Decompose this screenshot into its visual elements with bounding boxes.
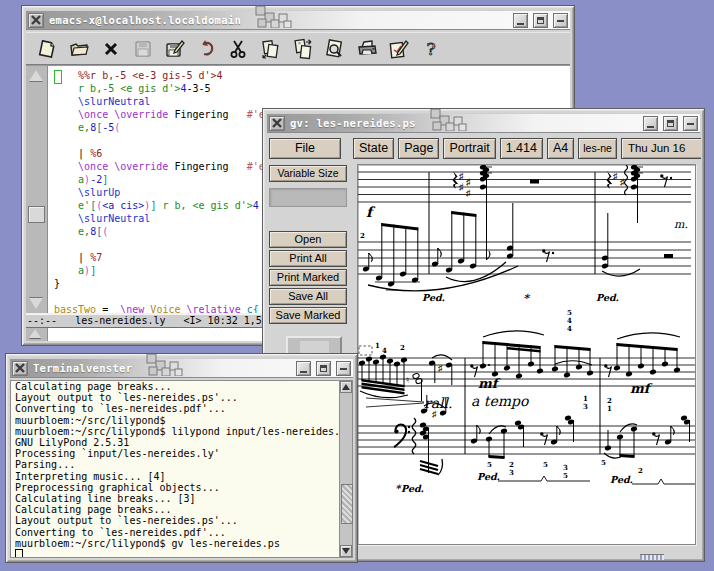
terminal-output[interactable]: Calculating page breaks...Layout output … <box>10 380 339 558</box>
help-glyph: ? <box>426 39 435 59</box>
gv-variable-size-button[interactable]: Variable Size <box>269 165 347 182</box>
minibuffer-scrollbar <box>26 328 48 341</box>
open-folder-icon[interactable] <box>67 37 90 61</box>
bass-clef <box>394 424 410 447</box>
scroll-down-icon[interactable] <box>29 298 43 309</box>
terminal-line: muurbloem:~/src/lilypond$ gv les-nereide… <box>15 538 339 549</box>
code-line: r b,-5 <e gis d'>4-3-5 <box>54 82 570 95</box>
minimize-icon[interactable] <box>643 116 658 131</box>
fingering-label: 2 <box>638 466 643 475</box>
copy-icon[interactable] <box>259 37 282 61</box>
close-icon[interactable] <box>28 13 44 28</box>
search-icon[interactable] <box>323 37 346 61</box>
emacs-cursor <box>54 70 62 84</box>
gv-page-view[interactable]: ♯ ♯ ♯ ♯ ♯ <box>357 164 696 545</box>
terminal-scrollbar[interactable] <box>339 380 353 558</box>
gv-resize-notch[interactable] <box>640 554 664 560</box>
fingering-label: 2 <box>400 343 405 352</box>
rall-label: rall. <box>424 395 452 411</box>
gv-titlebar[interactable]: gv: les-nereides.ps <box>267 113 700 133</box>
write-icon[interactable] <box>387 37 410 61</box>
terminal-line: muurbloem:~/src/lilypond$ <box>15 415 339 426</box>
terminal-line: Interpreting music... [4] <box>15 471 339 482</box>
terminal-window-title: Terminalvenster <box>33 362 132 374</box>
terminal-line: Layout output to `les-nereides.ps'... <box>15 515 339 526</box>
gv-toolbar-filename-button[interactable]: les-ne <box>578 138 617 159</box>
gv-print-marked-button[interactable]: Print Marked <box>269 269 347 286</box>
print-icon[interactable] <box>355 37 378 61</box>
gv-toolbar-scale-button[interactable]: 1.414 <box>500 138 543 159</box>
fingering-label: 5 <box>487 460 492 469</box>
menu-icon[interactable] <box>683 116 698 131</box>
maximize-icon[interactable] <box>533 13 548 28</box>
dynamic-mf-2-label: mf <box>630 381 653 396</box>
sharp-accidental: ♯ <box>459 171 464 181</box>
gv-toolbar-orientation-button[interactable]: Portrait <box>443 138 495 159</box>
gv-toolbar-date-button[interactable]: Thu Jun 16 <box>621 138 701 159</box>
undo-icon[interactable] <box>195 37 218 61</box>
fingering-label: 3 <box>583 402 588 411</box>
emacs-scrollbar[interactable] <box>26 66 48 313</box>
code-line: %%r b,-5 <e-3 gis-5 d'>4 <box>54 69 570 82</box>
menu-icon[interactable] <box>336 361 351 376</box>
new-file-icon[interactable] <box>35 37 58 61</box>
fingering-label: 5 <box>543 460 548 469</box>
help-icon[interactable]: ? <box>419 37 442 61</box>
gv-toolbar-state-button[interactable]: State <box>353 138 394 159</box>
sharp-accidental: ♯ <box>459 182 464 192</box>
gv-toolbar-paper-size-button[interactable]: A4 <box>547 138 574 159</box>
gv-open-button[interactable]: Open <box>269 231 347 248</box>
terminal-window: Terminalvenster Calculating pag <box>5 353 358 563</box>
terminal-scrollbar-thumb[interactable] <box>341 484 353 524</box>
emacs-scrollbar-thumb[interactable] <box>28 206 45 223</box>
maximize-icon[interactable] <box>316 361 331 376</box>
emacs-titlebar[interactable]: emacs-x@localhost.localdomain <box>26 10 570 30</box>
titlebar-decor-icon <box>246 6 292 32</box>
close-x-icon <box>31 15 41 25</box>
gv-toolbar-page-button[interactable]: Page <box>398 138 439 159</box>
marcato-label: m. <box>674 218 688 231</box>
terminal-cursor-line <box>15 549 339 558</box>
fingering-label: 1 <box>375 341 380 350</box>
minimize-icon[interactable] <box>513 13 528 28</box>
pedal-marks-2-left: * Ped. <box>395 483 424 494</box>
fingering-label: 2 <box>360 231 365 240</box>
dynamic-mf-1-label: mf <box>478 376 501 391</box>
minibuffer-scroll-icon <box>29 329 41 338</box>
gv-save-marked-button[interactable]: Save Marked <box>269 307 347 324</box>
save-as-icon[interactable] <box>163 37 186 61</box>
treble-group-2: 5 4 4 <box>470 308 594 379</box>
close-icon[interactable] <box>269 116 285 131</box>
terminal-line: Converting to `les-nereides.pdf'... <box>15 403 339 414</box>
pedal-label: Ped. <box>422 292 445 303</box>
pedal-label: Ped. <box>401 483 424 494</box>
scroll-down-icon[interactable] <box>340 545 352 557</box>
emacs-toolbar: ? <box>26 32 570 65</box>
titlebar-decor-icon <box>137 354 183 380</box>
maximize-icon[interactable] <box>663 116 678 131</box>
gv-toolbar-file-button[interactable]: File <box>269 138 341 159</box>
scroll-up-icon[interactable] <box>29 70 43 81</box>
save-icon[interactable] <box>131 37 154 61</box>
scroll-up-icon[interactable] <box>340 381 352 393</box>
terminal-line: Processing `input/les-nereides.ly' <box>15 448 339 459</box>
gv-print-all-button[interactable]: Print All <box>269 250 347 267</box>
terminal-titlebar[interactable]: Terminalvenster <box>10 358 353 378</box>
sheet-music: ♯ ♯ ♯ ♯ ♯ <box>358 165 695 545</box>
bass-group-s2-2: 5 2 <box>601 415 691 475</box>
paste-icon[interactable] <box>291 37 314 61</box>
natural-accidental: ♮ <box>406 375 409 385</box>
gv-save-all-button[interactable]: Save All <box>269 288 347 305</box>
menu-icon[interactable] <box>553 13 568 28</box>
sharp-accidental: ♯ <box>432 409 437 419</box>
fingering-label: 5 <box>563 471 568 480</box>
close-icon[interactable] <box>12 361 28 376</box>
fingering-label: 4 <box>382 346 387 355</box>
minimize-icon[interactable] <box>296 361 311 376</box>
cut-icon[interactable] <box>227 37 250 61</box>
titlebar-decor-icon <box>421 109 467 135</box>
treble-run: 1 4 2 <box>358 341 408 398</box>
dynamic-f-label: f <box>366 204 376 220</box>
close-buffer-icon[interactable] <box>99 37 122 61</box>
pedal-marks-1: Ped. * Ped. <box>422 292 619 305</box>
